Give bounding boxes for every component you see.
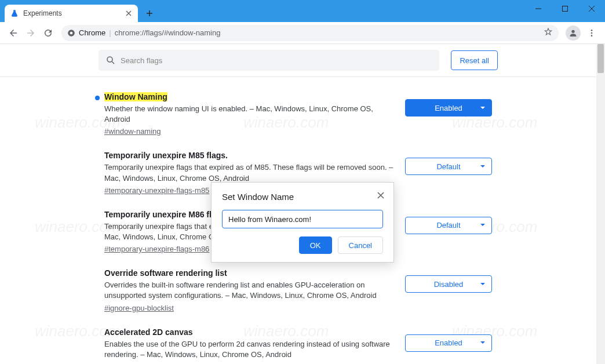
flag-select-value: Enabled: [435, 104, 462, 112]
browser-tab[interactable]: Experiments: [5, 5, 138, 22]
search-row: Search flags Reset all: [0, 44, 596, 77]
ok-label: OK: [310, 241, 321, 250]
dialog-title: Set Window Name: [222, 192, 383, 202]
omnibox-site-label: Chrome: [79, 28, 105, 37]
flag-select-value: Enabled: [435, 338, 462, 347]
flag-select-value: Default: [436, 221, 460, 230]
search-icon: [105, 55, 116, 65]
chevron-down-icon: [480, 162, 486, 171]
flag-title: Temporarily unexpire M86 flags.: [104, 210, 228, 219]
omnibox-url: chrome://flags/#window-naming: [115, 28, 221, 37]
flag-title: Override software rendering list: [104, 268, 227, 278]
svg-point-4: [591, 30, 593, 31]
tab-title: Experiments: [23, 9, 124, 17]
dialog-close-button[interactable]: [373, 187, 389, 203]
flag-select[interactable]: Enabled: [405, 334, 492, 352]
flag-select[interactable]: Default: [405, 217, 492, 234]
chevron-down-icon: [480, 338, 486, 347]
chevron-down-icon: [480, 221, 486, 230]
window-minimize-button[interactable]: [525, 0, 552, 17]
address-bar[interactable]: Chrome | chrome://flags/#window-naming: [61, 25, 559, 41]
tab-close-button[interactable]: [124, 9, 133, 18]
person-icon: [568, 28, 578, 38]
window-maximize-button[interactable]: [552, 0, 578, 17]
window-close-button[interactable]: [578, 0, 605, 17]
flag-select[interactable]: Disabled: [405, 275, 492, 293]
dialog-actions: OK Cancel: [222, 236, 383, 254]
flag-select[interactable]: Default: [405, 158, 492, 175]
flask-icon: [10, 9, 19, 17]
plus-icon: [146, 10, 153, 17]
search-input[interactable]: Search flags: [99, 50, 439, 71]
flag-anchor-link[interactable]: #temporary-unexpire-flags-m85: [104, 186, 209, 195]
flag-anchor-link[interactable]: #temporary-unexpire-flags-m86: [104, 245, 209, 253]
flag-select-value: Default: [436, 162, 460, 171]
window-controls: [525, 0, 605, 17]
browser-toolbar: Chrome | chrome://flags/#window-naming: [0, 22, 605, 44]
forward-button[interactable]: [22, 24, 39, 42]
flag-item: Accelerated 2D canvas Enables the use of…: [104, 312, 492, 365]
flag-title: Window Naming: [104, 92, 167, 101]
cancel-button[interactable]: Cancel: [338, 236, 383, 254]
bookmark-button[interactable]: [544, 27, 553, 38]
reload-button[interactable]: [39, 24, 57, 42]
window-titlebar: Experiments: [0, 0, 605, 22]
chevron-down-icon: [480, 280, 486, 289]
close-icon: [589, 6, 595, 12]
flag-item: Window Naming Whether the window naming …: [104, 77, 492, 136]
svg-rect-0: [563, 6, 568, 12]
arrow-right-icon: [25, 28, 36, 38]
reload-icon: [43, 28, 53, 38]
flag-anchor-link[interactable]: #ignore-gpu-blocklist: [104, 304, 174, 312]
minimize-icon: [535, 6, 541, 12]
flag-select[interactable]: Enabled: [405, 99, 492, 117]
chevron-down-icon: [480, 104, 486, 112]
svg-point-7: [107, 57, 112, 62]
profile-avatar[interactable]: [566, 26, 581, 41]
menu-button[interactable]: [583, 24, 600, 42]
flag-description: Whether the window naming UI is enabled.…: [104, 104, 400, 125]
flag-anchor-link[interactable]: #window-naming: [104, 127, 161, 136]
scrollbar-thumb[interactable]: [597, 44, 604, 73]
arrow-left-icon: [8, 28, 19, 38]
flag-title: Temporarily unexpire M85 flags.: [104, 151, 228, 160]
svg-point-3: [571, 30, 574, 32]
chrome-icon: [67, 29, 75, 37]
svg-point-6: [591, 35, 593, 37]
window-name-input[interactable]: [222, 210, 383, 228]
reset-all-label: Reset all: [460, 56, 489, 65]
svg-point-5: [591, 32, 593, 34]
close-icon: [377, 192, 384, 199]
scrollbar[interactable]: [596, 44, 605, 364]
svg-point-2: [70, 31, 73, 34]
dots-vertical-icon: [587, 28, 596, 38]
flag-description: Enables the use of the GPU to perform 2d…: [104, 339, 400, 360]
modified-dot-icon: [95, 96, 100, 100]
new-tab-button[interactable]: [141, 5, 158, 21]
close-icon: [126, 10, 132, 16]
cancel-label: Cancel: [349, 241, 372, 250]
maximize-icon: [562, 6, 568, 12]
back-button[interactable]: [5, 24, 22, 42]
page-content: winaero.com winaero.com winaero.com wina…: [0, 44, 605, 364]
ok-button[interactable]: OK: [299, 236, 332, 254]
reset-all-button[interactable]: Reset all: [451, 50, 498, 70]
flag-description: Overrides the built-in software renderin…: [104, 280, 400, 301]
flag-description: Temporarily unexpire flags that expired …: [104, 162, 400, 183]
flag-title: Accelerated 2D canvas: [104, 327, 193, 337]
search-placeholder: Search flags: [121, 56, 162, 65]
set-window-name-dialog: Set Window Name OK Cancel: [211, 182, 394, 263]
omnibox-separator: |: [109, 28, 111, 37]
star-icon: [544, 27, 553, 37]
flag-select-value: Disabled: [434, 280, 464, 289]
